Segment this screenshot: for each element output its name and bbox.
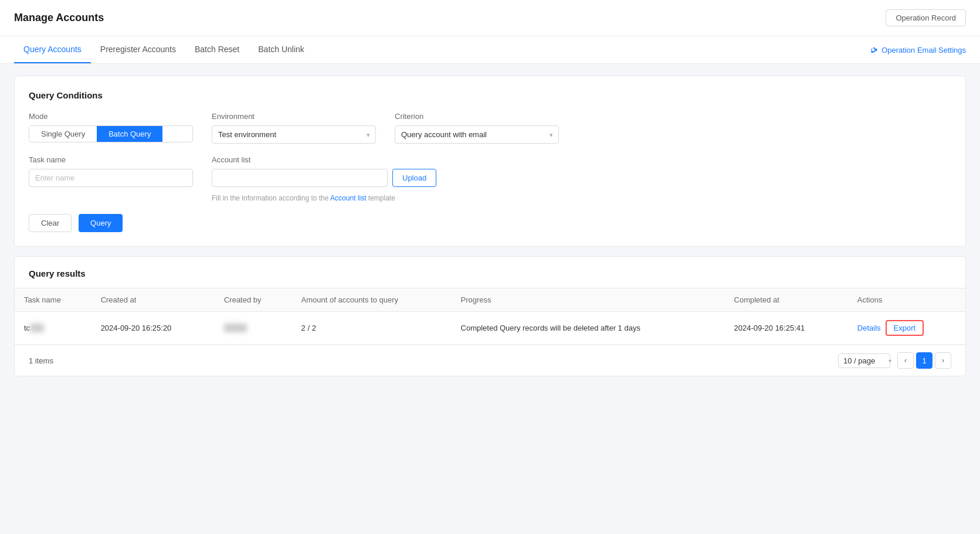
- environment-label: Environment: [212, 112, 376, 121]
- nav-tabs: Query Accounts Preregister Accounts Batc…: [14, 36, 314, 63]
- tab-query-accounts[interactable]: Query Accounts: [14, 36, 91, 63]
- cell-amount: 2 / 2: [292, 312, 452, 345]
- tab-preregister-accounts[interactable]: Preregister Accounts: [91, 36, 185, 63]
- page-size-select[interactable]: 10 / page 20 / page 50 / page: [838, 353, 890, 368]
- query-conditions-title: Query Conditions: [29, 90, 951, 100]
- environment-field: Environment Test environment Production …: [212, 112, 376, 144]
- table-footer: 1 items 10 / page 20 / page 50 / page ▾ …: [15, 345, 965, 376]
- main-content: Query Conditions Mode Single Query Batch…: [0, 64, 980, 388]
- cell-created-at: 2024-09-20 16:25:20: [91, 312, 215, 345]
- results-title: Query results: [29, 268, 951, 278]
- single-query-btn[interactable]: Single Query: [29, 126, 97, 142]
- environment-select[interactable]: Test environment Production environment: [212, 125, 376, 144]
- cell-created-by: ■■■■■: [215, 312, 292, 345]
- app-header: Manage Accounts Operation Record: [0, 0, 980, 36]
- page-size-wrapper: 10 / page 20 / page 50 / page ▾: [838, 353, 895, 368]
- clear-button[interactable]: Clear: [29, 214, 72, 232]
- criterion-label: Criterion: [395, 112, 559, 121]
- col-progress: Progress: [452, 288, 725, 312]
- results-table: Task name Created at Created by Amount o…: [15, 288, 965, 345]
- gear-icon: [869, 45, 878, 55]
- cell-completed-at: 2024-09-20 16:25:41: [725, 312, 848, 345]
- email-settings-link[interactable]: Operation Email Settings: [869, 45, 966, 55]
- created-by-blurred: ■■■■■: [224, 324, 247, 332]
- query-conditions-card: Query Conditions Mode Single Query Batch…: [14, 76, 966, 247]
- export-button[interactable]: Export: [886, 320, 924, 336]
- cell-task-name: tc■■■: [15, 312, 91, 345]
- batch-query-btn[interactable]: Batch Query: [97, 126, 162, 142]
- mode-toggle: Single Query Batch Query: [29, 125, 193, 142]
- task-name-field: Task name: [29, 155, 193, 187]
- upload-button[interactable]: Upload: [392, 169, 436, 187]
- col-completed-at: Completed at: [725, 288, 848, 312]
- upload-row: Upload: [212, 169, 951, 187]
- criterion-field: Criterion Query account with email Query…: [395, 112, 559, 144]
- col-amount: Amount of accounts to query: [292, 288, 452, 312]
- criterion-select-wrapper: Query account with email Query account w…: [395, 125, 559, 144]
- task-name-prefix: tc: [24, 324, 30, 332]
- col-created-by: Created by: [215, 288, 292, 312]
- task-name-input[interactable]: [29, 169, 193, 187]
- form-row-1: Mode Single Query Batch Query Environmen…: [29, 112, 951, 144]
- prev-page-button[interactable]: ‹: [897, 352, 914, 369]
- mode-field: Mode Single Query Batch Query: [29, 112, 193, 142]
- col-created-at: Created at: [91, 288, 215, 312]
- current-page-button[interactable]: 1: [916, 352, 932, 369]
- pagination: 10 / page 20 / page 50 / page ▾ ‹ 1 ›: [838, 352, 951, 369]
- upload-hint: Fill in the information according to the…: [212, 194, 951, 202]
- results-header: Query results: [15, 257, 965, 288]
- account-list-template-link[interactable]: Account list: [330, 194, 366, 202]
- task-name-blurred: ■■■: [30, 324, 44, 332]
- table-header-row: Task name Created at Created by Amount o…: [15, 288, 965, 312]
- col-task-name: Task name: [15, 288, 91, 312]
- items-count: 1 items: [29, 356, 53, 365]
- account-list-input[interactable]: [212, 169, 388, 187]
- criterion-select[interactable]: Query account with email Query account w…: [395, 125, 559, 144]
- tab-batch-reset[interactable]: Batch Reset: [185, 36, 249, 63]
- col-actions: Actions: [848, 288, 965, 312]
- cell-progress: Completed Query records will be deleted …: [452, 312, 725, 345]
- query-button[interactable]: Query: [79, 214, 123, 232]
- email-settings-label: Operation Email Settings: [881, 46, 966, 55]
- account-list-field: Account list Upload Fill in the informat…: [212, 155, 951, 202]
- results-table-container: Task name Created at Created by Amount o…: [15, 288, 965, 345]
- upload-hint-suffix: template: [368, 194, 395, 202]
- page-title: Manage Accounts: [14, 12, 104, 24]
- action-buttons: Clear Query: [29, 214, 951, 232]
- operation-record-button[interactable]: Operation Record: [886, 9, 966, 26]
- nav-bar: Query Accounts Preregister Accounts Batc…: [0, 36, 980, 64]
- cell-actions: Details Export: [848, 312, 965, 345]
- table-body: tc■■■ 2024-09-20 16:25:20 ■■■■■ 2 / 2 Co…: [15, 312, 965, 345]
- environment-select-wrapper: Test environment Production environment …: [212, 125, 376, 144]
- tab-batch-unlink[interactable]: Batch Unlink: [249, 36, 314, 63]
- account-list-label: Account list: [212, 155, 951, 164]
- task-name-label: Task name: [29, 155, 193, 164]
- table-head: Task name Created at Created by Amount o…: [15, 288, 965, 312]
- mode-label: Mode: [29, 112, 193, 121]
- form-row-2: Task name Account list Upload Fill in th…: [29, 155, 951, 202]
- upload-hint-text: Fill in the information according to the: [212, 194, 328, 202]
- query-results-section: Query results Task name Created at Creat…: [14, 256, 966, 376]
- next-page-button[interactable]: ›: [935, 352, 951, 369]
- details-link[interactable]: Details: [857, 324, 881, 332]
- table-row: tc■■■ 2024-09-20 16:25:20 ■■■■■ 2 / 2 Co…: [15, 312, 965, 345]
